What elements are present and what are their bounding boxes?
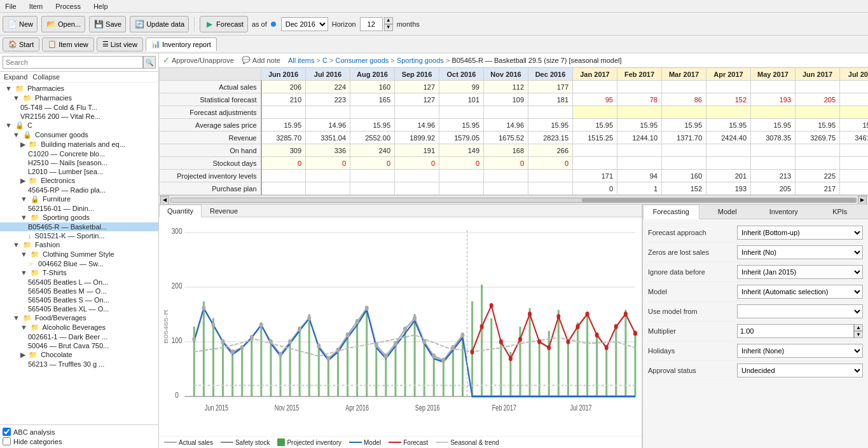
cell-actual_sales-11[interactable] — [751, 81, 796, 93]
cell-avg_price-8[interactable]: 15.95 — [617, 119, 662, 132]
tab-model[interactable]: Model — [699, 205, 756, 219]
cell-stockout_days-10[interactable] — [706, 157, 751, 170]
spin-up[interactable]: ▲ — [384, 17, 393, 24]
cell-stat_forecast-12[interactable]: 205 — [796, 93, 840, 106]
tab-revenue[interactable]: Revenue — [202, 205, 246, 217]
abc-checkbox[interactable] — [3, 428, 11, 436]
settings-select-6[interactable]: Inherit (None) — [737, 344, 863, 358]
spin-down[interactable]: ▼ — [384, 24, 393, 31]
search-input[interactable] — [3, 56, 143, 69]
tree-item-truffles[interactable]: 56213 — Truffles 30 g ... — [0, 360, 158, 369]
cell-actual_sales-5[interactable]: 112 — [484, 81, 528, 93]
cell-proj_inv-10[interactable]: 201 — [706, 170, 751, 182]
cell-revenue-11[interactable]: 3078.35 — [751, 132, 796, 144]
settings-select-7[interactable]: Undecided — [737, 363, 863, 377]
cell-stat_forecast-10[interactable]: 152 — [706, 93, 751, 106]
cell-forecast_adj-3[interactable] — [395, 106, 439, 119]
cell-stat_forecast-13[interactable]: 217 — [840, 93, 869, 106]
cell-on_hand-0[interactable]: 309 — [261, 144, 306, 157]
cell-stat_forecast-4[interactable]: 101 — [439, 93, 484, 106]
cell-purchase_plan-6[interactable] — [528, 182, 573, 195]
tree-item-c1020[interactable]: C1020 — Concrete blo... — [0, 149, 158, 158]
horizon-input[interactable]: 12 — [360, 17, 383, 31]
cell-avg_price-5[interactable]: 14.96 — [484, 119, 528, 132]
cell-proj_inv-7[interactable]: 171 — [573, 170, 617, 182]
tree-item-b05465[interactable]: B05465-R — Basketbal... — [0, 222, 158, 231]
tree-item-clothing[interactable]: ▼ 📁 Clothing Summer Style — [0, 250, 158, 259]
cell-stockout_days-3[interactable]: 0 — [395, 157, 439, 170]
item-view-button[interactable]: 📋 Item view — [42, 37, 93, 51]
cell-avg_price-2[interactable]: 15.95 — [350, 119, 395, 132]
cell-forecast_adj-1[interactable] — [306, 106, 350, 119]
scroll-right-button[interactable]: ▶ — [858, 196, 867, 205]
bc-consumer[interactable]: Consumer goods — [336, 57, 389, 64]
cell-actual_sales-8[interactable] — [617, 81, 662, 93]
scroll-track[interactable] — [170, 198, 857, 203]
tree-item-pharmacies[interactable]: ▼ 📁 Pharmacies — [0, 84, 158, 93]
inventory-report-button[interactable]: 📊 Inventory report — [146, 37, 217, 51]
collapse-control[interactable]: Collapse — [32, 73, 60, 81]
update-button[interactable]: 🔄 Update data — [130, 16, 189, 32]
cell-purchase_plan-4[interactable] — [439, 182, 484, 195]
cell-purchase_plan-7[interactable]: 0 — [573, 182, 617, 195]
multiplier-spin-down[interactable]: ▼ — [854, 331, 863, 338]
cell-purchase_plan-2[interactable] — [350, 182, 395, 195]
cell-stat_forecast-11[interactable]: 193 — [751, 93, 796, 106]
tree-item-l2010[interactable]: L2010 — Lumber [sea... — [0, 167, 158, 176]
cell-stockout_days-6[interactable]: 0 — [528, 157, 573, 170]
cell-on_hand-11[interactable] — [751, 144, 796, 157]
cell-actual_sales-13[interactable] — [840, 81, 869, 93]
multiplier-spin-up[interactable]: ▲ — [854, 324, 863, 331]
cell-actual_sales-0[interactable]: 206 — [261, 81, 306, 93]
cell-stat_forecast-2[interactable]: 165 — [350, 93, 395, 106]
cell-forecast_adj-9[interactable] — [662, 106, 706, 119]
save-button[interactable]: 💾 Save — [89, 16, 126, 32]
expand-control[interactable]: Expand — [4, 73, 27, 81]
cell-stockout_days-5[interactable]: 0 — [484, 157, 528, 170]
cell-revenue-4[interactable]: 1579.05 — [439, 132, 484, 144]
menu-item[interactable]: Item — [27, 1, 45, 11]
settings-select-1[interactable]: Inherit (No) — [737, 245, 863, 259]
tree-item-consumer[interactable]: ▼ 🔒 Consumer goods — [0, 130, 158, 140]
cell-stockout_days-11[interactable] — [751, 157, 796, 170]
cell-forecast_adj-4[interactable] — [439, 106, 484, 119]
bc-c[interactable]: C — [322, 57, 327, 64]
cell-on_hand-9[interactable] — [662, 144, 706, 157]
cell-forecast_adj-2[interactable] — [350, 106, 395, 119]
cell-stockout_days-12[interactable] — [796, 157, 840, 170]
tree-item-vr2156[interactable]: VR2156 200 — Vital Re... — [0, 112, 158, 121]
cell-stat_forecast-6[interactable]: 181 — [528, 93, 573, 106]
cell-avg_price-12[interactable]: 15.95 — [796, 119, 840, 132]
cell-actual_sales-10[interactable] — [706, 81, 751, 93]
cell-forecast_adj-5[interactable] — [484, 106, 528, 119]
forecast-button[interactable]: ▶ Forecast — [200, 16, 248, 32]
menu-file[interactable]: File — [3, 1, 19, 11]
settings-select-0[interactable]: Inherit (Bottom-up) — [737, 226, 863, 240]
bc-allitems[interactable]: All items — [288, 57, 315, 64]
cell-actual_sales-12[interactable] — [796, 81, 840, 93]
cell-purchase_plan-0[interactable] — [261, 182, 306, 195]
cell-forecast_adj-0[interactable] — [261, 106, 306, 119]
cell-proj_inv-9[interactable]: 160 — [662, 170, 706, 182]
cell-stat_forecast-3[interactable]: 127 — [395, 93, 439, 106]
settings-select-4[interactable] — [737, 304, 863, 318]
cell-revenue-9[interactable]: 1371.70 — [662, 132, 706, 144]
cell-on_hand-10[interactable] — [706, 144, 751, 157]
cell-avg_price-0[interactable]: 15.95 — [261, 119, 306, 132]
cell-revenue-2[interactable]: 2552.00 — [350, 132, 395, 144]
cell-on_hand-5[interactable]: 168 — [484, 144, 528, 157]
cell-proj_inv-3[interactable] — [395, 170, 439, 182]
cell-actual_sales-4[interactable]: 99 — [439, 81, 484, 93]
cell-proj_inv-1[interactable] — [306, 170, 350, 182]
cell-purchase_plan-8[interactable]: 1 — [617, 182, 662, 195]
cell-proj_inv-8[interactable]: 94 — [617, 170, 662, 182]
tree-item-beatlesxl[interactable]: 565405 Beatles XL — O... — [0, 304, 158, 313]
cell-on_hand-13[interactable] — [840, 144, 869, 157]
cell-proj_inv-6[interactable] — [528, 170, 573, 182]
tab-quantity[interactable]: Quantity — [159, 205, 202, 217]
hide-cat-checkbox[interactable] — [3, 437, 11, 445]
cell-stockout_days-13[interactable] — [840, 157, 869, 170]
tree-item-alc[interactable]: ▼ 📁 Alcoholic Beverages — [0, 323, 158, 332]
cell-on_hand-3[interactable]: 191 — [395, 144, 439, 157]
settings-input-5[interactable] — [737, 324, 854, 338]
